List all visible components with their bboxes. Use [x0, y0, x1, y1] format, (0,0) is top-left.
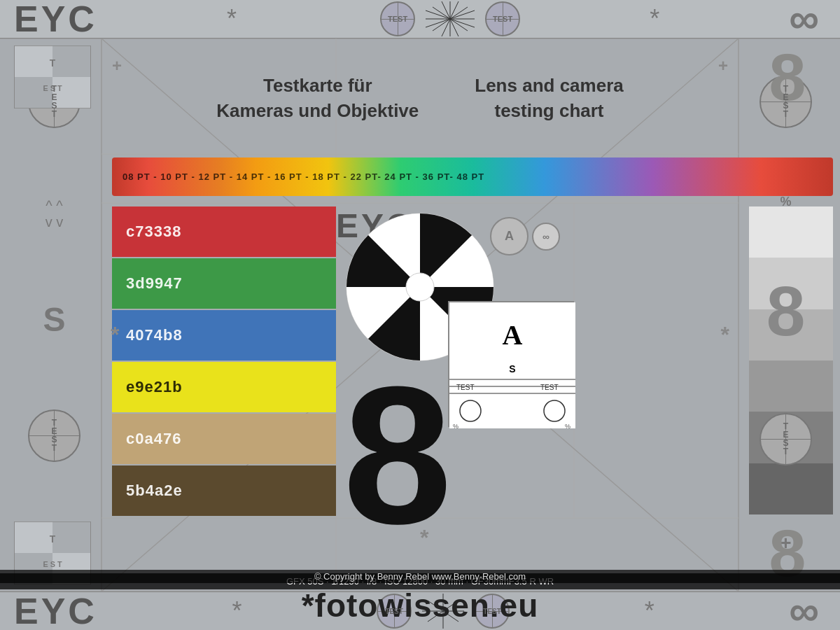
test-circle-top-1: TEST	[380, 1, 415, 36]
left-arrow-pattern: ^ ^ v v	[46, 198, 64, 230]
svg-text:E S T: E S T	[43, 560, 62, 568]
svg-text:T: T	[50, 534, 56, 545]
svg-rect-58	[52, 522, 90, 553]
swatch-red: c73338	[112, 206, 336, 257]
left-panel: TEST ^ ^ v v S TEST +	[4, 42, 105, 588]
svg-text:%: %	[565, 423, 570, 428]
test-pattern-overlay: A S TEST TEST % %	[448, 301, 574, 427]
svg-rect-57	[15, 522, 52, 553]
star-top-left: *	[227, 4, 237, 34]
title-section: Testkarte für Kameras und Objektive Lens…	[112, 42, 728, 154]
left-test-circle-bottom: TEST	[28, 410, 80, 462]
svg-rect-51	[15, 46, 52, 77]
chart-background: EYC * TEST	[0, 0, 840, 630]
plus-top-right-inner: +	[718, 56, 728, 76]
svg-text:S: S	[509, 363, 515, 374]
top-bar: EYC * TEST	[0, 0, 840, 38]
swatch-tan: c0a476	[112, 414, 336, 464]
swatch-green: 3d9947	[112, 258, 336, 309]
corner-eight-top-right: ∞	[789, 0, 819, 40]
large-eight: 8	[343, 357, 452, 553]
star-mid-left: *	[111, 322, 119, 348]
color-swatches: c73338 3d9947 4074b8 e9e21b c0a476 5b4a2…	[112, 206, 336, 517]
star-mid-right: *	[721, 322, 729, 348]
right-eight-large: 8	[766, 276, 806, 346]
svg-text:A: A	[503, 319, 523, 351]
left-s-pattern: S	[43, 300, 65, 339]
swatch-brown: 5b4a2e	[112, 465, 336, 516]
eyc-top-left: EYC	[14, 0, 97, 40]
svg-rect-53	[15, 77, 52, 108]
swatch-blue: 4074b8	[112, 310, 336, 360]
font-sizes-bar: 08 PT - 10 PT - 12 PT - 14 PT - 16 PT - …	[115, 159, 830, 195]
swatch-yellow: e9e21b	[112, 362, 336, 412]
svg-text:T: T	[50, 58, 56, 69]
swatch-brown-label: 5b4a2e	[126, 482, 183, 500]
right-panel: TEST % 8 TEST +	[735, 42, 836, 588]
swatch-green-label: 3d9947	[126, 274, 183, 293]
svg-point-47	[460, 400, 481, 421]
svg-text:TEST: TEST	[456, 384, 475, 391]
swatch-red-label: c73338	[126, 223, 181, 241]
test-circle-top-2: TEST	[485, 1, 520, 36]
brand-watermark: *fotowissen.eu	[0, 587, 840, 624]
title-german: Testkarte für Kameras und Objektive	[216, 73, 419, 124]
swatch-tan-label: c0a476	[126, 430, 181, 448]
title-english: Lens and camera testing chart	[475, 73, 623, 124]
small-test-circles: A ∞	[490, 217, 560, 255]
svg-rect-54	[52, 77, 90, 108]
svg-text:%: %	[453, 423, 458, 428]
plus-top-left-inner: +	[112, 56, 122, 76]
copyright: © Copyright by Benny Rebel www.Benny-Reb…	[0, 570, 840, 583]
swatch-yellow-label: e9e21b	[126, 378, 183, 396]
right-percent: %	[780, 195, 791, 209]
svg-point-38	[406, 273, 434, 301]
right-test-circle-bottom: TEST	[760, 413, 812, 465]
starburst-top-small	[426, 1, 475, 36]
font-size-labels: 08 PT - 10 PT - 12 PT - 14 PT - 16 PT - …	[122, 172, 484, 182]
swatch-blue-label: 4074b8	[126, 326, 183, 344]
svg-rect-52	[52, 46, 90, 77]
svg-point-48	[544, 400, 565, 421]
star-top-right: *	[650, 4, 659, 34]
svg-text:TEST: TEST	[540, 384, 559, 391]
